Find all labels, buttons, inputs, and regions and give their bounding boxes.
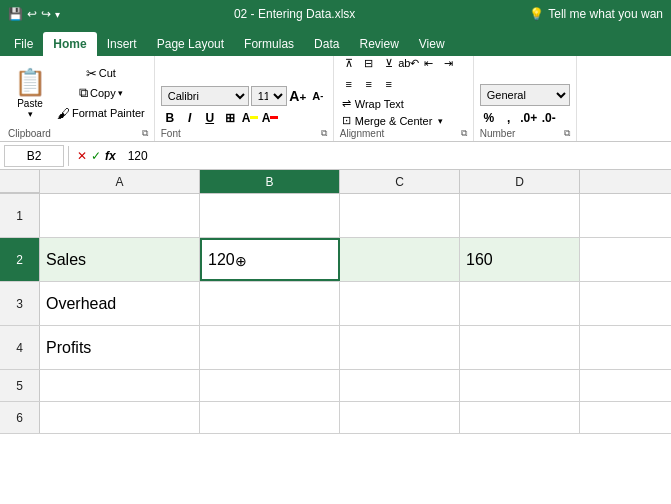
tab-data[interactable]: Data bbox=[304, 32, 349, 56]
search-area[interactable]: 💡 Tell me what you wan bbox=[529, 7, 663, 21]
corner-cell[interactable] bbox=[0, 170, 40, 193]
tab-home[interactable]: Home bbox=[43, 32, 96, 56]
indent-decrease-button[interactable]: ⇤ bbox=[420, 54, 438, 72]
confirm-formula-icon[interactable]: ✓ bbox=[91, 149, 101, 163]
align-right-button[interactable]: ≡ bbox=[380, 75, 398, 93]
cancel-formula-icon[interactable]: ✕ bbox=[77, 149, 87, 163]
copy-dropdown-icon[interactable]: ▾ bbox=[118, 88, 123, 98]
cell-b2[interactable]: 120⊕ bbox=[200, 238, 340, 281]
cell-d6[interactable] bbox=[460, 402, 580, 433]
cell-a3[interactable]: Overhead bbox=[40, 282, 200, 325]
col-header-d[interactable]: D bbox=[460, 170, 580, 193]
comma-button[interactable]: , bbox=[500, 109, 518, 127]
cell-c4[interactable] bbox=[340, 326, 460, 369]
cell-reference-box[interactable] bbox=[4, 145, 64, 167]
undo-icon[interactable]: ↩ bbox=[27, 7, 37, 21]
number-group: General % , .0+ .0- Number ⧉ bbox=[474, 56, 577, 141]
align-top-button[interactable]: ⊼ bbox=[340, 54, 358, 72]
merge-center-button[interactable]: ⊡ Merge & Center ▾ bbox=[340, 113, 467, 128]
number-expand-icon[interactable]: ⧉ bbox=[564, 128, 570, 139]
fx-icon[interactable]: fx bbox=[105, 149, 116, 163]
cell-b5[interactable] bbox=[200, 370, 340, 401]
font-color-button[interactable]: A bbox=[261, 109, 279, 127]
col-header-a[interactable]: A bbox=[40, 170, 200, 193]
cell-a4[interactable]: Profits bbox=[40, 326, 200, 369]
cell-c1[interactable] bbox=[340, 194, 460, 237]
font-size-select[interactable]: 11 bbox=[251, 86, 287, 106]
font-name-select[interactable]: Calibri bbox=[161, 86, 249, 106]
row-header-2[interactable]: 2 bbox=[0, 238, 40, 281]
row-header-1[interactable]: 1 bbox=[0, 194, 40, 237]
cell-a2[interactable]: Sales bbox=[40, 238, 200, 281]
increase-decimal-button[interactable]: .0+ bbox=[520, 109, 538, 127]
formula-input[interactable] bbox=[124, 145, 667, 167]
indent-increase-button[interactable]: ⇥ bbox=[440, 54, 458, 72]
decrease-decimal-button[interactable]: .0- bbox=[540, 109, 558, 127]
font-controls: Calibri 11 A+ A- B I U ⊞ A A bbox=[161, 86, 327, 128]
cell-a6[interactable] bbox=[40, 402, 200, 433]
cell-d4[interactable] bbox=[460, 326, 580, 369]
merge-dropdown-icon[interactable]: ▾ bbox=[438, 116, 443, 126]
tab-page-layout[interactable]: Page Layout bbox=[147, 32, 234, 56]
font-shrink-button[interactable]: A- bbox=[309, 87, 327, 105]
cell-d5[interactable] bbox=[460, 370, 580, 401]
redo-icon[interactable]: ↪ bbox=[41, 7, 51, 21]
tab-formulas[interactable]: Formulas bbox=[234, 32, 304, 56]
font-group-bottom: Font ⧉ bbox=[161, 128, 327, 139]
paste-icon: 📋 bbox=[14, 67, 46, 98]
text-direction-button[interactable]: ab↶ bbox=[400, 54, 418, 72]
bold-button[interactable]: B bbox=[161, 109, 179, 127]
alignment-group: ⊼ ⊟ ⊻ ab↶ ⇤ ⇥ ≡ ≡ ≡ ⇌ Wrap Text ⊡ Merge … bbox=[334, 56, 474, 141]
font-grow-button[interactable]: A+ bbox=[289, 87, 307, 105]
paste-button[interactable]: 📋 Paste ▾ bbox=[8, 66, 52, 120]
fill-color-button[interactable]: A bbox=[241, 109, 259, 127]
paste-dropdown-icon[interactable]: ▾ bbox=[28, 109, 33, 119]
clipboard-expand-icon[interactable]: ⧉ bbox=[142, 128, 148, 139]
border-button[interactable]: ⊞ bbox=[221, 109, 239, 127]
paste-label: Paste bbox=[17, 98, 43, 109]
cell-d1[interactable] bbox=[460, 194, 580, 237]
alignment-expand-icon[interactable]: ⧉ bbox=[461, 128, 467, 139]
row-header-6[interactable]: 6 bbox=[0, 402, 40, 433]
tab-insert[interactable]: Insert bbox=[97, 32, 147, 56]
customize-icon[interactable]: ▾ bbox=[55, 9, 60, 20]
cell-d3[interactable] bbox=[460, 282, 580, 325]
copy-button[interactable]: ⧉ Copy ▾ bbox=[54, 84, 148, 102]
italic-button[interactable]: I bbox=[181, 109, 199, 127]
cell-a5[interactable] bbox=[40, 370, 200, 401]
cell-a1[interactable] bbox=[40, 194, 200, 237]
tab-review[interactable]: Review bbox=[349, 32, 408, 56]
cell-c3[interactable] bbox=[340, 282, 460, 325]
percent-button[interactable]: % bbox=[480, 109, 498, 127]
format-painter-button[interactable]: 🖌 Format Painter bbox=[54, 104, 148, 122]
cell-c6[interactable] bbox=[340, 402, 460, 433]
wrap-text-button[interactable]: ⇌ Wrap Text bbox=[340, 96, 467, 111]
cell-b1[interactable] bbox=[200, 194, 340, 237]
align-left-button[interactable]: ≡ bbox=[340, 75, 358, 93]
align-middle-button[interactable]: ⊟ bbox=[360, 54, 378, 72]
save-icon[interactable]: 💾 bbox=[8, 7, 23, 21]
tab-file[interactable]: File bbox=[4, 32, 43, 56]
font-expand-icon[interactable]: ⧉ bbox=[321, 128, 327, 139]
underline-button[interactable]: U bbox=[201, 109, 219, 127]
row-header-5[interactable]: 5 bbox=[0, 370, 40, 401]
cell-c2[interactable] bbox=[340, 238, 460, 281]
cut-button[interactable]: ✂ Cut bbox=[54, 64, 148, 82]
table-row: 5 bbox=[0, 370, 671, 402]
row-header-3[interactable]: 3 bbox=[0, 282, 40, 325]
cell-b6[interactable] bbox=[200, 402, 340, 433]
cell-b4[interactable] bbox=[200, 326, 340, 369]
tab-view[interactable]: View bbox=[409, 32, 455, 56]
cell-d2[interactable]: 160 bbox=[460, 238, 580, 281]
align-center-button[interactable]: ≡ bbox=[360, 75, 378, 93]
row-header-4[interactable]: 4 bbox=[0, 326, 40, 369]
col-header-c[interactable]: C bbox=[340, 170, 460, 193]
number-btn-row: % , .0+ .0- bbox=[480, 109, 570, 127]
merge-label: Merge & Center bbox=[355, 115, 433, 127]
cell-c5[interactable] bbox=[340, 370, 460, 401]
cell-b3[interactable] bbox=[200, 282, 340, 325]
number-format-select[interactable]: General bbox=[480, 84, 570, 106]
align-bottom-button[interactable]: ⊻ bbox=[380, 54, 398, 72]
copy-label: Copy bbox=[90, 87, 116, 99]
col-header-b[interactable]: B bbox=[200, 170, 340, 193]
